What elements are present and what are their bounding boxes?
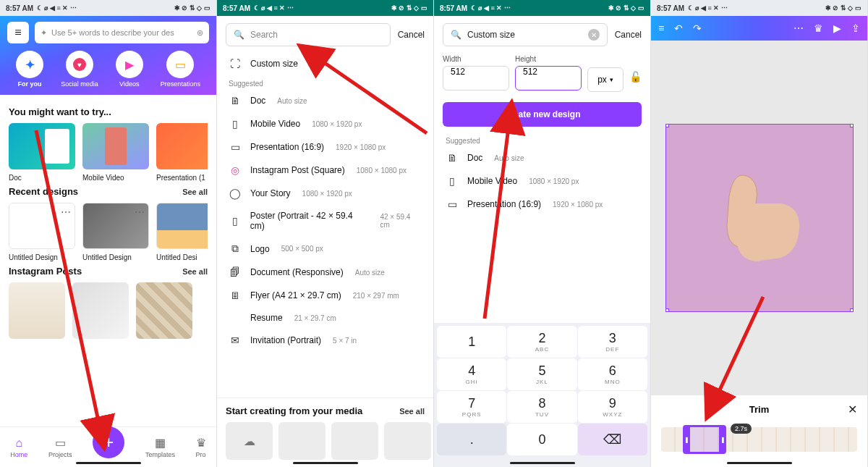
close-icon[interactable]: ✕ xyxy=(848,403,857,416)
suggested-list: 🗎DocAuto size ▯Mobile Video1080 × 1920 p… xyxy=(217,89,433,352)
list-item[interactable]: ▯Mobile Video1080 × 1920 px xyxy=(434,169,650,193)
list-item[interactable]: ◯Your Story1080 × 1920 px xyxy=(217,182,433,205)
list-item[interactable]: ⧉Logo500 × 500 px xyxy=(217,237,433,261)
camera-icon: ⊚ xyxy=(197,28,203,38)
nav-handle xyxy=(510,462,575,464)
list-item[interactable]: ▭Presentation (16:9)1920 × 1080 px xyxy=(217,135,433,159)
trim-timeline[interactable]: ❚ ❚ 2.7s xyxy=(661,425,857,454)
cat-foryou[interactable]: ✦For you xyxy=(16,51,43,88)
nav-home[interactable]: ⌂Home xyxy=(10,437,27,458)
height-input[interactable]: 512 xyxy=(515,66,582,91)
clear-icon[interactable]: ✕ xyxy=(588,29,600,41)
recent-card[interactable]: ⋯Untitled Desi xyxy=(156,203,208,261)
resize-handle[interactable] xyxy=(850,124,854,127)
search-icon: 🔍 xyxy=(451,30,461,40)
key-4[interactable]: 4GHI xyxy=(437,358,506,390)
trim-grip-left[interactable]: ❚ xyxy=(683,427,690,452)
screen-editor: 8:57 AM☾ ⌀ ◀ ≡ ✕ ⋯ ✱ ⊘ ⇅ ◇ ▭ ≡ ↶ ↷ ⋯ ♛ ▶… xyxy=(651,0,868,467)
key-5[interactable]: 5JKL xyxy=(507,358,576,390)
key-3[interactable]: 3DEF xyxy=(578,326,647,358)
try-card-pres[interactable]: Presentation (1 xyxy=(156,123,208,182)
trim-selection[interactable]: ❚ ❚ xyxy=(683,425,726,454)
share-icon[interactable]: ⇪ xyxy=(851,22,860,34)
nav-handle xyxy=(76,462,141,464)
list-item[interactable]: ◎Instagram Post (Square)1080 × 1080 px xyxy=(217,159,433,182)
list-item[interactable]: 🗏Flyer (A4 21 × 29.7 cm)210 × 297 mm xyxy=(217,284,433,307)
nav-templates[interactable]: ▦Templates xyxy=(145,436,175,458)
media-seeall[interactable]: See all xyxy=(399,407,425,416)
trim-grip-right[interactable]: ❚ xyxy=(719,427,726,452)
search-icon: 🔍 xyxy=(234,30,244,40)
canvas-area[interactable] xyxy=(651,41,867,395)
nav-handle xyxy=(293,462,358,464)
recent-seeall[interactable]: See all xyxy=(182,188,208,196)
key-0[interactable]: 0 xyxy=(507,424,576,455)
screen-search: 8:57 AM☾ ⌀ ◀ ≡ ✕ ⋯ ✱ ⊘ ⇅ ◇ ▭ 🔍 Search Ca… xyxy=(217,0,434,467)
recent-card[interactable]: ⋯Untitled Design xyxy=(82,203,149,261)
cat-pres[interactable]: ▭Presentations xyxy=(161,51,200,88)
cat-social[interactable]: ♥Social media xyxy=(61,51,98,88)
media-upload[interactable]: ☁︎ xyxy=(226,422,273,460)
key-1[interactable]: 1 xyxy=(437,326,506,358)
cancel-button[interactable]: Cancel xyxy=(398,30,425,40)
try-card-doc[interactable]: Doc xyxy=(9,123,75,182)
cancel-button[interactable]: Cancel xyxy=(615,30,642,40)
list-item[interactable]: 🗎DocAuto size xyxy=(434,146,650,169)
list-item[interactable]: ▯Mobile Video1080 × 1920 px xyxy=(217,112,433,135)
try-card-mobile[interactable]: Mobile Video xyxy=(82,123,149,182)
list-item[interactable]: ▯Poster (Portrait - 42 × 59.4 cm)42 × 59… xyxy=(217,205,433,237)
list-item[interactable]: 🗎DocAuto size xyxy=(217,89,433,112)
nav-handle xyxy=(727,462,792,464)
try-scroll[interactable]: Doc Mobile Video Presentation (1 xyxy=(9,123,208,182)
key-7[interactable]: 7PQRS xyxy=(437,391,506,423)
search-input[interactable]: 🔍 Custom size ✕ xyxy=(443,23,608,46)
media-item[interactable] xyxy=(278,422,326,460)
selected-element[interactable] xyxy=(665,124,854,312)
resize-handle[interactable] xyxy=(665,308,669,312)
menu-button[interactable]: ≡ xyxy=(7,22,29,43)
key-9[interactable]: 9WXYZ xyxy=(578,391,647,423)
width-input[interactable]: 512 xyxy=(443,66,509,91)
nav-projects[interactable]: ▭Projects xyxy=(48,436,72,458)
list-item[interactable]: ▭Presentation (16:9)1920 × 1080 px xyxy=(434,193,650,216)
unit-select[interactable]: px▾ xyxy=(587,67,624,92)
redo-icon[interactable]: ↷ xyxy=(693,22,702,34)
search-field[interactable]: ✦ Use 5+ words to describe your des ⊚ xyxy=(35,22,209,43)
suggested-label: Suggested xyxy=(217,75,433,89)
status-bar: 8:57 AM☾ ⌀ ◀ ≡ ✕ ⋯ ✱ ⊘ ⇅ ◇ ▭ xyxy=(217,0,433,16)
height-label: Height xyxy=(515,55,582,63)
more-icon[interactable]: ⋯ xyxy=(793,22,804,34)
key-2[interactable]: 2ABC xyxy=(507,326,576,358)
lock-icon[interactable]: 🔓 xyxy=(629,71,642,92)
media-item[interactable] xyxy=(331,422,378,460)
resize-handle[interactable] xyxy=(850,308,854,312)
custom-size-row[interactable]: ⛶Custom size xyxy=(217,52,433,75)
key-8[interactable]: 8TUV xyxy=(507,391,576,423)
ig-scroll[interactable] xyxy=(9,282,208,339)
key-backspace[interactable]: ⌫ xyxy=(578,424,647,455)
ig-card[interactable] xyxy=(72,282,129,339)
cat-videos[interactable]: ▶Videos xyxy=(116,51,143,88)
list-item[interactable]: Resume21 × 29.7 cm xyxy=(217,307,433,329)
search-input[interactable]: 🔍 Search xyxy=(226,23,391,46)
create-design-button[interactable]: Create new design xyxy=(443,102,642,127)
key-6[interactable]: 6MNO xyxy=(578,358,647,390)
recent-card[interactable]: ⋯Untitled Design xyxy=(9,203,75,261)
resize-handle[interactable] xyxy=(665,124,669,127)
list-item[interactable]: ✉Invitation (Portrait)5 × 7 in xyxy=(217,329,433,352)
media-item[interactable] xyxy=(384,422,431,460)
play-icon[interactable]: ▶ xyxy=(833,22,841,34)
fab-add[interactable]: + xyxy=(93,426,124,458)
nav-pro[interactable]: ♛Pro xyxy=(196,436,206,458)
key-dot[interactable]: . xyxy=(437,424,506,455)
ig-title: Instagram PostsSee all xyxy=(9,266,208,277)
list-item[interactable]: 🗐Document (Responsive)Auto size xyxy=(217,261,433,284)
menu-icon[interactable]: ≡ xyxy=(658,22,664,34)
undo-icon[interactable]: ↶ xyxy=(674,22,683,34)
ig-seeall[interactable]: See all xyxy=(182,267,208,276)
recent-scroll[interactable]: ⋯Untitled Design ⋯Untitled Design ⋯Untit… xyxy=(9,203,208,261)
ig-card[interactable] xyxy=(9,282,65,339)
bottom-nav: ⌂Home ▭Projects + ▦Templates ♛Pro xyxy=(0,426,216,467)
pro-icon[interactable]: ♛ xyxy=(814,22,823,34)
ig-card[interactable] xyxy=(136,282,192,339)
